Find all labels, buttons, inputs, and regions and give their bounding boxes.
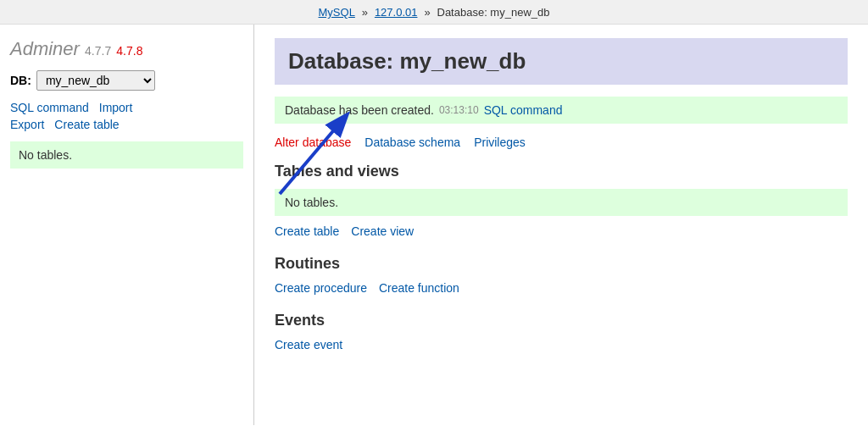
privileges-link[interactable]: Privileges [474,136,526,149]
main-content: Database: my_new_db Database has been cr… [254,25,868,425]
tables-section: Tables and views No tables. Create table… [275,163,848,238]
create-event-link[interactable]: Create event [275,338,342,351]
adminer-version-current: 4.7.7 [85,44,111,58]
breadcrumb-current: Database: my_new_db [437,6,550,19]
success-message: Database has been created. 03:13:10 SQL … [275,97,848,124]
breadcrumb-mysql[interactable]: MySQL [319,6,355,19]
sidebar: Adminer 4.7.7 4.7.8 DB: my_new_db SQL co… [0,25,254,425]
adminer-logo: Adminer 4.7.7 4.7.8 [10,38,243,60]
events-section: Events Create event [275,312,848,351]
breadcrumb-sep2: » [424,6,430,19]
sidebar-no-tables: No tables. [10,141,243,169]
events-heading: Events [275,312,848,329]
tables-no-tables: No tables. [275,189,848,216]
create-procedure-link[interactable]: Create procedure [275,281,367,295]
breadcrumb-bar: MySQL » 127.0.01 » Database: my_new_db [0,0,868,25]
sidebar-sql-command-link[interactable]: SQL command [10,101,89,114]
breadcrumb-ip[interactable]: 127.0.01 [375,6,418,19]
tables-heading: Tables and views [275,163,848,180]
db-select[interactable]: my_new_db [36,70,155,91]
db-label: DB: [10,74,31,87]
breadcrumb-sep1: » [362,6,368,19]
alter-database-link[interactable]: Alter database [275,136,351,149]
sidebar-link-row-1: SQL command Import [10,101,243,114]
db-selector: DB: my_new_db [10,70,243,91]
sidebar-import-link[interactable]: Import [99,101,133,114]
sidebar-links: SQL command Import Export Create table [10,101,243,131]
routines-heading: Routines [275,255,848,273]
create-table-link[interactable]: Create table [275,224,339,238]
adminer-name: Adminer [10,38,80,59]
sidebar-export-link[interactable]: Export [10,118,44,131]
sidebar-link-row-2: Export Create table [10,118,243,131]
sidebar-create-table-link[interactable]: Create table [54,118,119,131]
database-schema-link[interactable]: Database schema [364,136,460,149]
action-links: Alter database Database schema Privilege… [275,136,848,149]
success-sql-command-link[interactable]: SQL command [484,103,563,117]
success-text: Database has been created. [285,103,434,117]
routines-section: Routines Create procedure Create functio… [275,255,848,295]
success-time: 03:13:10 [439,104,479,116]
create-view-link[interactable]: Create view [351,224,414,238]
routines-section-links: Create procedure Create function [275,281,848,295]
tables-section-links: Create table Create view [275,224,848,238]
create-function-link[interactable]: Create function [379,281,459,295]
adminer-version-new[interactable]: 4.7.8 [116,44,142,58]
page-title: Database: my_new_db [275,38,848,85]
events-section-links: Create event [275,338,848,351]
